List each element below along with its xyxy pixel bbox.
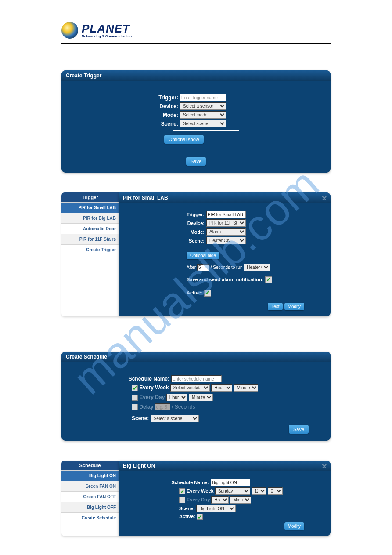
sidebar-item[interactable]: PIR for Small LAB bbox=[61, 202, 119, 213]
panel-title: Big Light ON ✕ bbox=[119, 461, 331, 471]
schedule-name-input[interactable] bbox=[171, 375, 222, 382]
trigger-label: Trigger: bbox=[70, 94, 180, 101]
trigger-label: Trigger: bbox=[127, 212, 206, 217]
everyday-minute-select[interactable]: Minute bbox=[230, 496, 251, 504]
device-label: Device: bbox=[70, 103, 180, 109]
device-select[interactable]: Select a sensor bbox=[180, 102, 226, 110]
active-label: Active: bbox=[179, 514, 195, 519]
sidebar-header: Schedule bbox=[61, 461, 119, 470]
close-icon[interactable]: ✕ bbox=[321, 194, 327, 203]
delay-input[interactable] bbox=[155, 403, 170, 410]
form-divider bbox=[187, 247, 261, 247]
brand-logo: PLANET Networking & Communication bbox=[61, 22, 331, 39]
every-day-label: Every Day bbox=[187, 497, 210, 502]
sidebar-item[interactable]: Green FAN OFF bbox=[61, 491, 119, 502]
globe-icon bbox=[61, 22, 78, 39]
schedule-edit-section: Schedule Big Light ON Green FAN ON Green… bbox=[61, 461, 331, 536]
optional-hide-button[interactable]: Optional hide bbox=[187, 252, 219, 259]
sidebar-create-link[interactable]: Create Schedule bbox=[61, 512, 119, 523]
everyday-minute-select[interactable]: Minute bbox=[189, 394, 213, 401]
scene-select[interactable]: Select scene bbox=[180, 120, 226, 127]
sidebar-item[interactable]: Big Light OFF bbox=[61, 502, 119, 512]
sidebar-header: Trigger bbox=[61, 192, 119, 202]
mode-select[interactable]: Alarm bbox=[206, 228, 246, 236]
delay-unit: / Seconds bbox=[172, 404, 195, 410]
every-day-label: Every Day bbox=[139, 394, 165, 400]
brand-name: PLANET bbox=[82, 23, 132, 34]
active-checkbox[interactable] bbox=[204, 290, 211, 297]
schedule-name-label: Schedule Name: bbox=[127, 480, 211, 485]
weekday-select[interactable]: Select weekday bbox=[170, 384, 210, 392]
after-unit: / Seconds to run bbox=[211, 265, 243, 270]
hour-select[interactable]: 12 bbox=[252, 487, 266, 495]
everyday-hour-select[interactable]: Hour bbox=[166, 394, 187, 401]
device-label: Device: bbox=[127, 221, 206, 226]
minute-select[interactable]: 0 bbox=[268, 487, 283, 495]
sidebar-item[interactable]: Green FAN ON bbox=[61, 481, 119, 491]
every-day-checkbox[interactable] bbox=[179, 497, 185, 503]
sidebar-item[interactable]: Big Light ON bbox=[61, 470, 119, 481]
scene-select[interactable]: Big Light ON bbox=[196, 505, 236, 512]
every-week-label: Every Week bbox=[139, 385, 169, 391]
active-label: Active: bbox=[187, 290, 203, 295]
save-notification-checkbox[interactable] bbox=[265, 276, 272, 283]
sidebar-create-link[interactable]: Create Trigger bbox=[61, 244, 119, 255]
panel-title: PIR for Small LAB ✕ bbox=[119, 192, 331, 203]
sidebar-item[interactable]: PIR for Big LAB bbox=[61, 213, 119, 223]
create-trigger-panel: Create Trigger Trigger: Device: Select a… bbox=[61, 70, 331, 173]
modify-button[interactable]: Modify bbox=[284, 303, 304, 310]
scene-label: Scene: bbox=[132, 415, 149, 421]
trigger-edit-section: Trigger PIR for Small LAB PIR for Big LA… bbox=[61, 192, 331, 316]
after-seconds-input[interactable] bbox=[197, 264, 209, 271]
optional-show-button[interactable]: Optional show bbox=[164, 135, 204, 144]
form-divider bbox=[173, 130, 239, 131]
minute-select[interactable]: Minute bbox=[234, 384, 258, 392]
trigger-input[interactable] bbox=[206, 211, 246, 218]
every-week-label: Every Week bbox=[187, 488, 214, 493]
modify-button[interactable]: Modify bbox=[284, 522, 304, 530]
schedule-sidebar: Schedule Big Light ON Green FAN ON Green… bbox=[61, 461, 119, 536]
save-notification-label: Save and send alarm notification: bbox=[187, 277, 263, 282]
device-select[interactable]: PIR for 11F Stairs bbox=[206, 219, 246, 227]
hour-select[interactable]: Hour bbox=[211, 384, 232, 392]
every-day-checkbox[interactable] bbox=[132, 395, 138, 401]
active-checkbox[interactable] bbox=[197, 514, 203, 520]
schedule-name-input[interactable] bbox=[211, 479, 250, 486]
schedule-name-label: Schedule Name: bbox=[70, 376, 171, 382]
everyday-hour-select[interactable]: Hour bbox=[211, 496, 229, 504]
sidebar-item[interactable]: PIR for 11F Stairs bbox=[61, 234, 119, 244]
scene-label: Scene: bbox=[127, 238, 206, 243]
save-button[interactable]: Save bbox=[289, 425, 309, 434]
after-action-select[interactable]: Heater OFF bbox=[244, 264, 270, 271]
test-button[interactable]: Test bbox=[268, 303, 283, 310]
after-label: After bbox=[187, 265, 196, 270]
close-icon[interactable]: ✕ bbox=[321, 462, 327, 471]
panel-title: Create Schedule bbox=[61, 352, 331, 362]
weekday-select[interactable]: Sunday bbox=[215, 487, 250, 495]
trigger-input[interactable] bbox=[180, 94, 226, 101]
scene-label: Scene: bbox=[179, 506, 195, 511]
brand-tagline: Networking & Communication bbox=[82, 34, 132, 38]
mode-select[interactable]: Select mode bbox=[180, 111, 226, 119]
every-week-checkbox[interactable] bbox=[132, 385, 138, 391]
scene-select[interactable]: Heater ON bbox=[206, 237, 246, 244]
mode-label: Mode: bbox=[70, 112, 180, 118]
create-schedule-panel: Create Schedule Schedule Name: Every Wee… bbox=[61, 352, 331, 441]
panel-title: Create Trigger bbox=[61, 70, 331, 81]
scene-label: Scene: bbox=[70, 121, 180, 127]
delay-label: Delay bbox=[139, 404, 153, 410]
delay-checkbox[interactable] bbox=[132, 404, 138, 410]
every-week-checkbox[interactable] bbox=[179, 488, 185, 494]
sidebar-item[interactable]: Automatic Door bbox=[61, 223, 119, 234]
mode-label: Mode: bbox=[127, 229, 206, 235]
trigger-sidebar: Trigger PIR for Small LAB PIR for Big LA… bbox=[61, 192, 119, 316]
save-button[interactable]: Save bbox=[186, 157, 206, 166]
scene-select[interactable]: Select a scene bbox=[151, 415, 199, 422]
